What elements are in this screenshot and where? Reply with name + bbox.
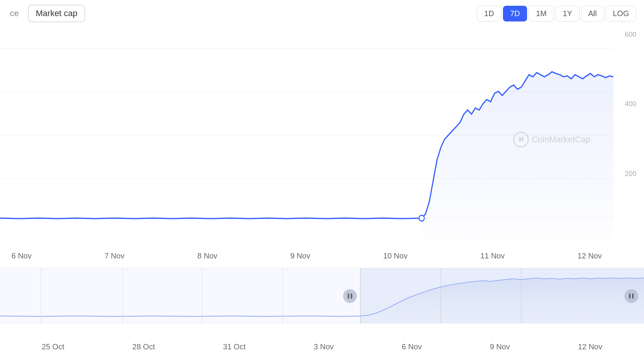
toolbar: ce Market cap 1D 7D 1M 1Y All LOG bbox=[0, 0, 644, 27]
watermark-text: CoinMarketCap bbox=[532, 135, 590, 145]
pause-button-right[interactable] bbox=[624, 289, 638, 303]
bottom-x-6nov: 6 Nov bbox=[402, 342, 422, 351]
x-label-10nov: 10 Nov bbox=[383, 252, 407, 260]
pause-bar-4 bbox=[632, 293, 634, 299]
pause-button-left[interactable] bbox=[343, 289, 357, 303]
pause-bar-2 bbox=[351, 293, 352, 299]
pause-icon-left bbox=[348, 293, 352, 299]
bottom-x-28oct: 28 Oct bbox=[132, 342, 155, 351]
y-label-600: 600 bbox=[613, 31, 636, 39]
main-chart-area: 600 400 200 M CoinMarket bbox=[0, 27, 644, 243]
btn-log[interactable]: LOG bbox=[606, 6, 636, 21]
time-range-buttons: 1D 7D 1M 1Y All LOG bbox=[477, 6, 636, 21]
tab-price[interactable]: ce bbox=[4, 5, 25, 21]
x-label-11nov: 11 Nov bbox=[480, 252, 504, 260]
x-label-6nov: 6 Nov bbox=[12, 252, 31, 260]
bottom-x-25oct: 25 Oct bbox=[42, 342, 64, 351]
y-label-400: 400 bbox=[613, 100, 636, 108]
tab-marketcap[interactable]: Market cap bbox=[28, 5, 85, 22]
watermark-logo: M bbox=[513, 132, 529, 147]
navigator-chart[interactable] bbox=[0, 268, 644, 324]
chart-area bbox=[422, 72, 613, 243]
y-label-200: 200 bbox=[613, 170, 636, 178]
x-label-7nov: 7 Nov bbox=[104, 252, 124, 260]
x-label-8nov: 8 Nov bbox=[197, 252, 217, 260]
x-label-12nov: 12 Nov bbox=[578, 252, 602, 260]
navigator-svg bbox=[0, 268, 644, 324]
btn-1d[interactable]: 1D bbox=[477, 6, 501, 21]
x-axis-main: 6 Nov 7 Nov 8 Nov 9 Nov 10 Nov 11 Nov 12… bbox=[0, 252, 613, 260]
watermark-icon: M bbox=[518, 136, 523, 143]
x-label-9nov: 9 Nov bbox=[290, 252, 310, 260]
bottom-x-31oct: 31 Oct bbox=[223, 342, 246, 351]
pause-icon-right bbox=[629, 293, 634, 299]
breakout-dot bbox=[419, 215, 424, 221]
btn-1m[interactable]: 1M bbox=[529, 6, 554, 21]
btn-7d[interactable]: 7D bbox=[503, 6, 527, 21]
y-axis: 600 400 200 bbox=[613, 27, 636, 243]
bottom-x-axis: 25 Oct 28 Oct 31 Oct 3 Nov 6 Nov 9 Nov 1… bbox=[0, 342, 644, 351]
pause-bar-3 bbox=[629, 293, 631, 299]
tab-group: ce Market cap bbox=[4, 5, 85, 22]
btn-1y[interactable]: 1Y bbox=[555, 6, 579, 21]
watermark: M CoinMarketCap bbox=[513, 132, 590, 147]
bottom-x-9nov: 9 Nov bbox=[490, 342, 510, 351]
btn-all[interactable]: All bbox=[581, 6, 604, 21]
bottom-x-3nov: 3 Nov bbox=[314, 342, 334, 351]
bottom-x-12nov: 12 Nov bbox=[578, 342, 602, 351]
pause-bar-1 bbox=[348, 293, 349, 299]
